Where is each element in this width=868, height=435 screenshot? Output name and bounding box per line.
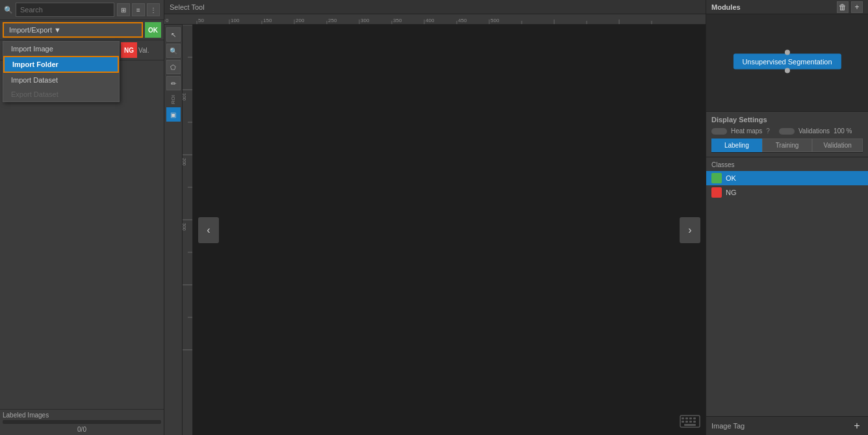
svg-text:500: 500 — [491, 18, 500, 23]
add-module-button[interactable]: + — [851, 1, 863, 13]
svg-rect-49 — [693, 421, 696, 423]
keyboard-svg — [680, 415, 700, 428]
right-panel: Modules 🗑 + Unsupervised Segmentation Di… — [706, 0, 868, 435]
svg-rect-42 — [682, 417, 684, 419]
validations-track — [779, 128, 795, 135]
modules-actions: 🗑 + — [837, 1, 863, 13]
node-connector-top — [784, 49, 789, 55]
heat-maps-toggle[interactable] — [711, 128, 727, 135]
search-icons: ⊞ ≡ ⋮ — [117, 3, 160, 16]
validations-toggle[interactable] — [779, 128, 795, 135]
cursor-tool[interactable]: ↖ — [166, 27, 181, 42]
validations-label: Validations — [798, 127, 830, 135]
canvas-body: ↖ 🔍 ⬠ ✏ ROI ▣ — [164, 25, 706, 435]
tab-labeling[interactable]: Labeling — [711, 138, 762, 152]
module-node-area[interactable]: Unsupervised Segmentation — [706, 14, 868, 112]
zoom-tool[interactable]: 🔍 — [166, 44, 181, 58]
canvas-tools: ↖ 🔍 ⬠ ✏ ROI ▣ — [164, 25, 183, 435]
filter-icon-btn[interactable]: ⋮ — [147, 3, 160, 16]
ruler-vertical: 100 200 300 — [183, 25, 193, 435]
class-row-ng[interactable]: NG — [706, 185, 868, 200]
roi-label: ROI — [170, 95, 176, 104]
classes-label: Classes — [706, 160, 868, 170]
dropdown-item-import-image[interactable]: Import Image — [3, 42, 119, 56]
class-color-ok — [711, 173, 722, 183]
svg-rect-44 — [689, 417, 692, 419]
add-image-tag-button[interactable]: + — [851, 420, 863, 432]
ok-badge: OK — [145, 22, 161, 38]
delete-module-button[interactable]: 🗑 — [837, 1, 849, 13]
class-name-ok: OK — [726, 174, 736, 182]
unsupervised-segmentation-node[interactable]: Unsupervised Segmentation — [733, 53, 841, 69]
svg-text:250: 250 — [328, 18, 337, 23]
svg-text:50: 50 — [198, 18, 204, 23]
bottom-bar: Labeled Images 0/0 — [0, 409, 164, 435]
node-label: Unsupervised Segmentation — [742, 57, 832, 65]
import-export-row: Import/Export ▼ OK Import Image Import F… — [0, 20, 164, 40]
search-icon: 🔍 — [4, 6, 13, 14]
image-count-label: 0/0 — [3, 426, 161, 433]
dropdown-item-export-dataset: Export Dataset — [3, 87, 119, 101]
class-color-ng — [711, 187, 722, 198]
classes-section: Classes OK NG — [706, 157, 868, 416]
validations-pct: 100 % — [834, 127, 852, 135]
modules-header: Modules 🗑 + — [706, 0, 868, 14]
heat-maps-track — [711, 128, 727, 135]
svg-text:450: 450 — [458, 18, 467, 23]
svg-rect-43 — [685, 417, 688, 419]
progress-bar-container — [3, 420, 161, 424]
display-settings-title: Display Settings — [711, 116, 863, 124]
labeled-images-label: Labeled Images — [3, 412, 161, 419]
dropdown-item-import-dataset[interactable]: Import Dataset — [3, 73, 119, 87]
ruler-horizontal: 0 50 100 150 200 250 300 350 400 450 — [164, 14, 706, 25]
canvas-viewport[interactable]: ‹ › — [193, 25, 706, 435]
help-icon[interactable]: ? — [766, 127, 770, 135]
ng-badge: NG — [121, 42, 137, 58]
svg-text:300: 300 — [183, 223, 186, 231]
brush-tool[interactable]: ✏ — [166, 76, 181, 90]
svg-text:400: 400 — [426, 18, 435, 23]
next-image-button[interactable]: › — [680, 217, 700, 243]
svg-rect-46 — [682, 421, 684, 423]
prev-image-button[interactable]: ‹ — [198, 217, 219, 243]
view-icon-btn[interactable]: ⊞ — [117, 3, 130, 16]
svg-text:200: 200 — [183, 158, 186, 166]
search-bar: 🔍 ⊞ ≡ ⋮ — [0, 0, 164, 20]
svg-text:100: 100 — [231, 18, 240, 23]
ruler-v-svg: 100 200 300 — [183, 25, 193, 415]
import-export-dropdown: Import Image Import Folder Import Datase… — [3, 41, 120, 102]
svg-text:0: 0 — [166, 18, 169, 23]
svg-rect-50 — [684, 424, 696, 426]
canvas-area: Select Tool 0 50 100 150 200 250 300 — [164, 0, 706, 435]
image-tag-label: Image Tag — [711, 422, 745, 430]
tool-bar-top: Select Tool — [164, 0, 706, 14]
class-name-ng: NG — [726, 189, 737, 196]
import-export-button[interactable]: Import/Export ▼ — [3, 22, 143, 38]
svg-rect-47 — [685, 421, 688, 423]
modules-title: Modules — [711, 3, 741, 11]
dropdown-item-import-folder[interactable]: Import Folder — [3, 56, 119, 73]
svg-text:350: 350 — [393, 18, 402, 23]
labeling-tabs: Labeling Training Validation — [711, 138, 863, 153]
heat-maps-label: Heat maps — [731, 127, 762, 135]
polygon-tool[interactable]: ⬠ — [166, 60, 181, 74]
node-connector-bottom — [784, 68, 789, 73]
left-panel: 🔍 ⊞ ≡ ⋮ Import/Export ▼ OK Import Image … — [0, 0, 164, 435]
image-list[interactable] — [0, 60, 164, 409]
search-input[interactable] — [16, 3, 114, 17]
svg-text:100: 100 — [183, 93, 186, 101]
svg-text:300: 300 — [361, 18, 370, 23]
display-settings-row: Heat maps ? Validations 100 % — [711, 127, 863, 135]
col-val-header: Val. — [138, 42, 161, 58]
roi-tool[interactable]: ▣ — [166, 107, 181, 122]
list-icon-btn[interactable]: ≡ — [132, 3, 145, 16]
svg-rect-48 — [689, 421, 692, 423]
keyboard-icon[interactable] — [680, 415, 700, 430]
select-tool-label: Select Tool — [170, 3, 205, 11]
class-row-ok[interactable]: OK — [706, 171, 868, 185]
svg-rect-45 — [693, 417, 696, 419]
tab-training[interactable]: Training — [762, 138, 813, 152]
tab-validation[interactable]: Validation — [812, 138, 863, 152]
ruler-h-svg: 0 50 100 150 200 250 300 350 400 450 — [164, 14, 706, 25]
image-tag-section: Image Tag + — [706, 416, 868, 435]
